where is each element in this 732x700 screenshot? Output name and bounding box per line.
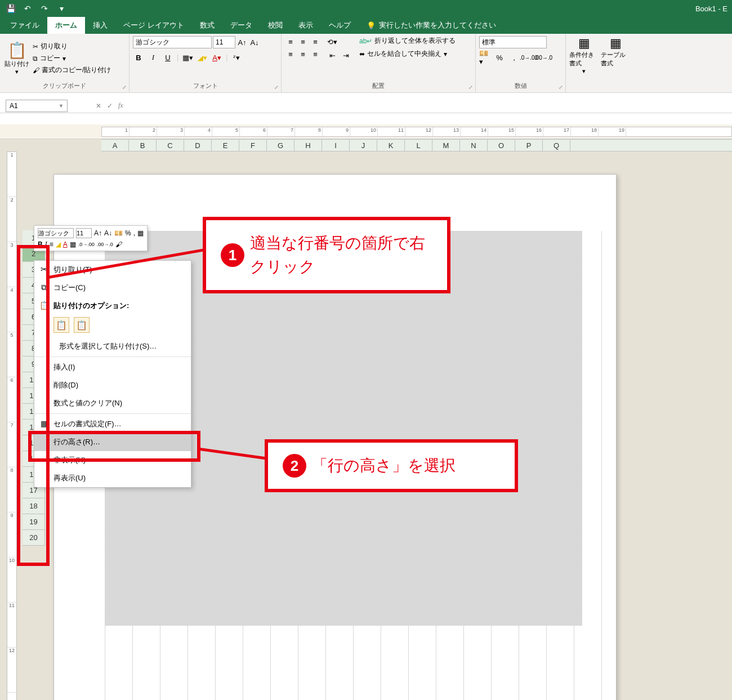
table-format-button[interactable]: ▦ テーブル書式 [601,36,630,90]
underline-button[interactable]: U [162,52,173,63]
font-name-select[interactable] [133,36,212,48]
conditional-format-button[interactable]: ▦ 条件付き書式▾ [569,36,599,90]
decrease-decimal-icon[interactable]: .00→.0 [538,52,549,63]
percent-button[interactable]: % [494,52,505,63]
increase-font-icon[interactable]: A↑ [236,37,248,48]
format-painter-button[interactable]: 🖌書式のコピー/貼り付け [33,65,111,75]
fill-color-button[interactable]: ◢▾ [197,52,208,63]
name-box[interactable]: A1 ▼ [6,100,68,112]
align-top-icon[interactable]: ≡ [285,36,296,47]
mini-font-select[interactable] [38,228,74,238]
currency-button[interactable]: 💴▾ [479,52,490,63]
decrease-font-icon[interactable]: A↓ [104,229,112,237]
tell-me-search[interactable]: 💡 実行したい作業を入力してください [359,17,504,34]
decrease-indent-icon[interactable]: ⇤ [327,50,338,61]
align-center-icon[interactable]: ≡ [297,48,309,60]
align-right-icon[interactable]: ≡ [310,48,321,60]
row-header[interactable]: 20 [23,530,45,546]
mini-fill-icon[interactable]: ◢ [56,240,61,248]
font-color-button[interactable]: A▾ [211,52,222,63]
qat-customize[interactable]: ▾ [55,2,68,15]
tab-view[interactable]: 表示 [291,17,321,34]
row-header[interactable]: 19 [23,514,45,530]
comma-button[interactable]: , [508,52,520,63]
tab-formulas[interactable]: 数式 [192,17,222,34]
tab-help[interactable]: ヘルプ [321,17,359,34]
mini-italic[interactable]: I [45,240,47,248]
currency-icon[interactable]: 💴 [114,229,123,237]
copy-button[interactable]: ⧉コピー ▾ [33,53,111,63]
increase-font-icon[interactable]: A↑ [94,229,102,237]
col-header[interactable]: K [377,140,405,151]
col-header[interactable]: D [184,140,212,151]
decrease-font-icon[interactable]: A↓ [249,37,260,48]
paste-option-2[interactable]: 📋 [74,317,90,333]
col-header[interactable]: L [405,140,432,151]
ctx-unhide[interactable]: 再表示(U) [34,469,191,487]
row-header[interactable]: 18 [23,498,45,514]
enter-icon[interactable]: ✓ [107,102,113,110]
cancel-icon[interactable]: ✕ [96,102,101,110]
ctx-row-height[interactable]: 行の高さ(R)… [34,433,191,451]
align-bottom-icon[interactable]: ≡ [310,36,321,47]
tab-file[interactable]: ファイル [2,17,47,34]
number-format-select[interactable] [479,36,547,48]
align-middle-icon[interactable]: ≡ [297,36,309,47]
mini-dec-icon[interactable]: .0→.00 [78,242,95,247]
font-size-select[interactable] [213,36,235,48]
wrap-text-button[interactable]: ab↵折り返して全体を表示する [359,36,456,46]
col-header[interactable]: F [239,140,267,151]
tab-review[interactable]: 校閲 [260,17,291,34]
ctx-paste-special[interactable]: 形式を選択して貼り付け(S)… [34,337,191,355]
tab-page-layout[interactable]: ページ レイアウト [115,17,192,34]
col-header[interactable]: J [350,140,377,151]
col-header[interactable]: I [322,140,350,151]
mini-font-size[interactable] [76,228,92,238]
undo-button[interactable]: ↶ [21,2,34,15]
ctx-insert[interactable]: 挿入(I) [34,358,191,376]
italic-button[interactable]: I [148,52,159,63]
mini-border-icon[interactable]: ▦ [70,240,76,248]
border-icon[interactable]: ▦ [137,229,144,237]
ctx-format-cells[interactable]: ▦セルの書式設定(F)… [34,415,191,433]
cut-button[interactable]: ✂切り取り [33,42,111,51]
paste-option-1[interactable]: 📋 [53,317,69,333]
border-button[interactable]: ▦▾ [182,52,193,63]
orientation-button[interactable]: ⟲▾ [327,36,338,47]
col-header[interactable]: B [129,140,157,151]
redo-button[interactable]: ↷ [38,2,51,15]
tab-data[interactable]: データ [222,17,260,34]
tab-insert[interactable]: 挿入 [85,17,115,34]
col-header[interactable]: G [267,140,294,151]
percent-icon[interactable]: % [125,229,131,237]
comma-icon[interactable]: , [133,229,135,237]
col-header[interactable]: N [460,140,488,151]
mini-dec2-icon[interactable]: .00→.0 [97,242,113,247]
col-header[interactable]: Q [543,140,570,151]
increase-indent-icon[interactable]: ⇥ [340,50,351,61]
phonetic-button[interactable]: ᶻ▾ [231,52,242,63]
col-header[interactable]: M [432,140,460,151]
col-header[interactable]: P [515,140,543,151]
tab-home[interactable]: ホーム [47,17,85,34]
increase-decimal-icon[interactable]: .0→.00 [523,52,534,63]
fx-icon[interactable]: fx [118,101,123,110]
mini-align-icon[interactable]: ≡ [50,240,53,248]
col-header[interactable]: C [157,140,184,151]
mini-bold[interactable]: B [38,240,43,248]
merge-center-button[interactable]: ⬌セルを結合して中央揃え ▾ [359,49,456,59]
col-header[interactable]: A [101,140,129,151]
col-header[interactable]: E [212,140,239,151]
mini-brush-icon[interactable]: 🖌 [115,240,122,248]
align-left-icon[interactable]: ≡ [285,48,296,60]
bold-button[interactable]: B [133,52,144,63]
col-header[interactable]: O [488,140,515,151]
save-button[interactable]: 💾 [5,2,17,15]
ctx-clear[interactable]: 数式と値のクリア(N) [34,394,191,412]
mini-font-color-icon[interactable]: A [63,240,68,248]
paste-button[interactable]: 📋 貼り付け ▾ [3,36,30,81]
ctx-delete[interactable]: 削除(D) [34,376,191,394]
col-header[interactable]: H [294,140,322,151]
ctx-copy[interactable]: ⧉コピー(C) [34,279,191,297]
ctx-hide[interactable]: 非表示(H) [34,451,191,469]
